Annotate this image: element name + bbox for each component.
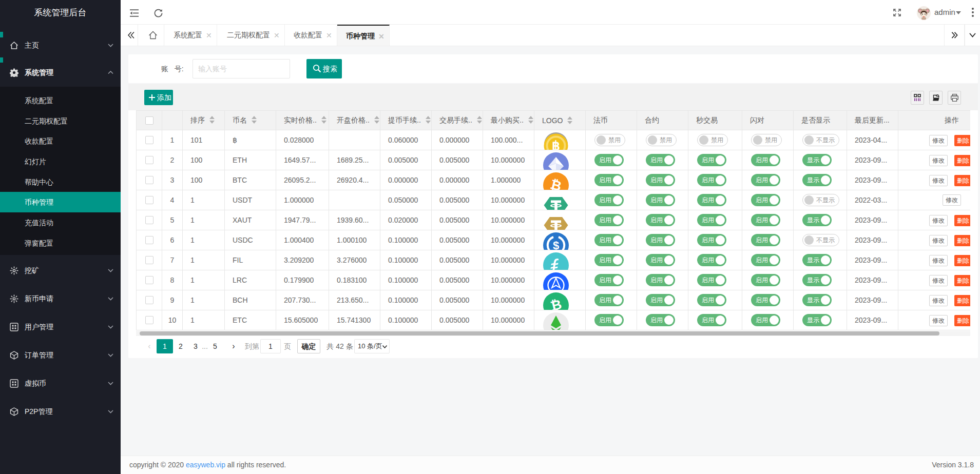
svg-text:฿: ฿ bbox=[552, 139, 560, 150]
svg-text:$: $ bbox=[553, 239, 559, 250]
